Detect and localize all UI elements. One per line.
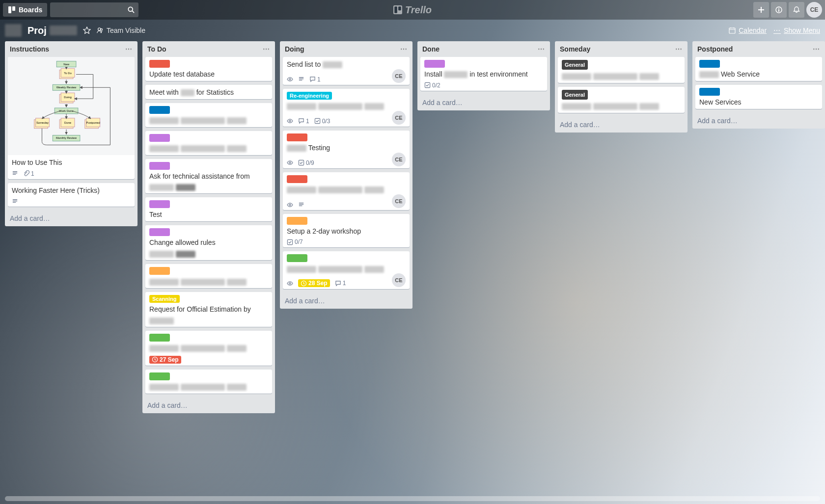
svg-text:To Do: To Do bbox=[64, 72, 72, 75]
card[interactable]: Testing 0/9CE bbox=[283, 131, 410, 168]
label-purple[interactable] bbox=[424, 60, 445, 68]
card[interactable]: 28 Sep 1CE bbox=[283, 251, 410, 289]
list-menu-button[interactable]: ⋯ bbox=[813, 45, 820, 53]
list-menu-button[interactable]: ⋯ bbox=[675, 45, 683, 53]
watch-icon bbox=[287, 202, 293, 208]
card-member-avatar[interactable]: CE bbox=[392, 111, 406, 125]
card-member-avatar[interactable]: CE bbox=[392, 69, 406, 83]
add-card-button[interactable]: Add a card… bbox=[417, 95, 550, 110]
label-blue[interactable] bbox=[699, 60, 720, 68]
card-member-avatar[interactable]: CE bbox=[392, 273, 406, 287]
search-input[interactable] bbox=[50, 2, 138, 17]
card[interactable]: Update test database bbox=[145, 57, 272, 81]
label-purple[interactable] bbox=[149, 162, 170, 170]
label-orange[interactable] bbox=[287, 217, 307, 225]
label-purple[interactable] bbox=[149, 134, 170, 142]
trello-logo[interactable]: Trello bbox=[393, 4, 432, 16]
card[interactable] bbox=[145, 370, 272, 394]
label-purple[interactable] bbox=[149, 200, 170, 208]
svg-text:Weekly Review: Weekly Review bbox=[56, 86, 77, 89]
label-dark[interactable]: General bbox=[562, 60, 588, 70]
card-member-avatar[interactable]: CE bbox=[392, 153, 406, 166]
list-menu-button[interactable]: ⋯ bbox=[263, 45, 270, 53]
list-header[interactable]: Someday ⋯ bbox=[555, 41, 688, 57]
description-icon bbox=[298, 76, 304, 82]
card[interactable]: Working Faster Here (Tricks) bbox=[8, 183, 135, 207]
show-menu-link[interactable]: ⋯ Show Menu bbox=[773, 27, 820, 34]
card[interactable]: General bbox=[558, 57, 685, 83]
card[interactable]: 27 Sep bbox=[145, 331, 272, 366]
board-canvas[interactable]: Instructions ⋯ New To Do Weekly Review D… bbox=[0, 41, 825, 504]
card[interactable]: CE bbox=[283, 172, 410, 210]
card[interactable]: Setup a 2-day workshop 0/7 bbox=[283, 214, 410, 248]
card[interactable]: Test bbox=[145, 197, 272, 221]
card[interactable]: Web Service bbox=[695, 57, 822, 81]
label-purple[interactable] bbox=[149, 228, 170, 236]
svg-rect-12 bbox=[729, 28, 735, 33]
label-orange[interactable] bbox=[149, 267, 170, 275]
label-red[interactable] bbox=[287, 133, 307, 141]
visibility-button[interactable]: Team Visible bbox=[97, 27, 145, 34]
card[interactable]: ScanningRequest for Official Estimation … bbox=[145, 292, 272, 327]
calendar-link[interactable]: Calendar bbox=[729, 27, 767, 34]
card[interactable]: New Services bbox=[695, 85, 822, 109]
label-red[interactable] bbox=[149, 60, 170, 68]
label-red[interactable] bbox=[287, 175, 307, 183]
card[interactable]: Meet with for Statistics bbox=[145, 85, 272, 99]
card-labels bbox=[287, 133, 406, 141]
card[interactable]: Ask for technical assistance from bbox=[145, 159, 272, 194]
label-green[interactable] bbox=[287, 254, 307, 262]
star-board-button[interactable] bbox=[83, 27, 91, 34]
label-green[interactable] bbox=[149, 372, 170, 380]
card-member-avatar[interactable]: CE bbox=[392, 194, 406, 208]
card-title: Working Faster Here (Tricks) bbox=[12, 186, 131, 195]
list-header[interactable]: Postponed ⋯ bbox=[692, 41, 825, 57]
list: Done ⋯ Install in test environment 0/2 A… bbox=[417, 41, 550, 110]
add-card-button[interactable]: Add a card… bbox=[280, 293, 412, 309]
label-blue[interactable] bbox=[699, 88, 720, 96]
card[interactable]: Send list to 1CE bbox=[283, 57, 410, 85]
card-title bbox=[149, 344, 268, 353]
label-yellow[interactable]: Scanning bbox=[149, 295, 180, 303]
card[interactable]: Install in test environment 0/2 bbox=[420, 57, 547, 91]
user-avatar[interactable]: CE bbox=[806, 2, 822, 18]
checklist-badge: 0/7 bbox=[287, 239, 303, 245]
info-button[interactable] bbox=[771, 2, 787, 18]
add-card-button[interactable]: Add a card… bbox=[555, 117, 688, 133]
list-menu-button[interactable]: ⋯ bbox=[538, 45, 545, 53]
list-header[interactable]: Doing ⋯ bbox=[280, 41, 412, 57]
watch-icon bbox=[287, 76, 293, 82]
list: Instructions ⋯ New To Do Weekly Review D… bbox=[5, 41, 138, 226]
label-dark[interactable]: General bbox=[562, 90, 588, 100]
add-card-button[interactable]: Add a card… bbox=[692, 113, 825, 129]
card[interactable]: Re-engineering 1 0/3CE bbox=[283, 89, 410, 127]
boards-button[interactable]: Boards bbox=[3, 3, 47, 17]
card-title: Install in test environment bbox=[424, 70, 543, 79]
checklist-badge: 0/3 bbox=[314, 118, 330, 125]
list-menu-button[interactable]: ⋯ bbox=[125, 45, 133, 53]
card-labels bbox=[149, 162, 268, 170]
watch-icon bbox=[287, 159, 293, 166]
card[interactable] bbox=[145, 131, 272, 155]
label-blue[interactable] bbox=[149, 106, 170, 114]
card[interactable]: New To Do Weekly Review Doing Work Done … bbox=[8, 57, 135, 179]
add-card-button[interactable]: Add a card… bbox=[142, 398, 275, 413]
add-card-button[interactable]: Add a card… bbox=[5, 211, 138, 226]
card[interactable]: Change allowed rules bbox=[145, 225, 272, 260]
card[interactable] bbox=[145, 264, 272, 288]
add-button[interactable] bbox=[753, 2, 769, 18]
board-title[interactable]: Proj bbox=[28, 25, 77, 36]
list-header[interactable]: To Do ⋯ bbox=[142, 41, 275, 57]
notifications-button[interactable] bbox=[789, 2, 804, 18]
card-title: Request for Official Estimation by bbox=[149, 305, 268, 314]
label-green[interactable] bbox=[149, 334, 170, 342]
horizontal-scrollbar[interactable] bbox=[5, 496, 820, 501]
card[interactable] bbox=[145, 103, 272, 127]
card[interactable]: General bbox=[558, 87, 685, 113]
list-menu-button[interactable]: ⋯ bbox=[400, 45, 408, 53]
list-header[interactable]: Instructions ⋯ bbox=[5, 41, 138, 57]
card-title: Meet with for Statistics bbox=[149, 88, 268, 97]
card-labels bbox=[149, 134, 268, 142]
list-header[interactable]: Done ⋯ bbox=[417, 41, 550, 57]
label-teal[interactable]: Re-engineering bbox=[287, 92, 332, 100]
